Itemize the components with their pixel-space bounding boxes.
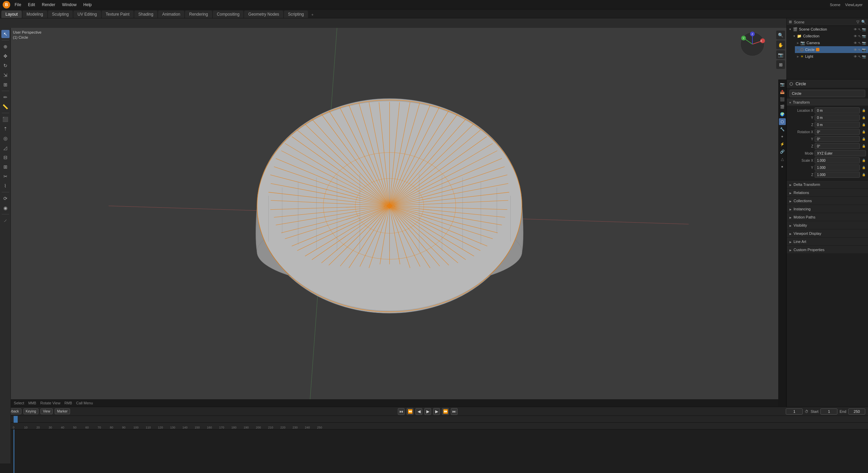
prop-icon-object[interactable]: ⬡ (779, 118, 786, 125)
jump-to-end-btn[interactable]: ⏭ (451, 408, 458, 415)
hand-icon[interactable]: ✋ (776, 40, 785, 49)
cam-render-icon[interactable]: 📷 (862, 41, 866, 45)
tool-loop-cut[interactable]: ⊟ (1, 153, 10, 161)
timeline-tracks[interactable] (0, 430, 868, 473)
rotation-mode-input[interactable]: XYZ Euler (815, 150, 866, 156)
rotation-y-lock[interactable]: 🔒 (861, 137, 866, 141)
keying-btn-menu[interactable]: Keying (23, 408, 39, 414)
scale-x-lock[interactable]: 🔒 (861, 158, 866, 163)
tool-measure[interactable]: 📏 (1, 103, 10, 111)
tab-layout[interactable]: Layout (1, 11, 22, 18)
tool-move[interactable]: ✥ (1, 52, 10, 60)
coll-sel-icon[interactable]: ↖ (858, 34, 861, 38)
tab-geometry-nodes[interactable]: Geometry Nodes (244, 11, 283, 18)
scene-collection-item[interactable]: ▼ 🎬 Scene Collection 👁 ↖ 📷 (787, 26, 868, 33)
vis-icon[interactable]: 👁 (854, 28, 857, 31)
rotation-x-input[interactable]: 0° (815, 129, 860, 135)
tab-animation[interactable]: Animation (158, 11, 184, 18)
rotation-y-input[interactable]: 0° (815, 136, 860, 142)
tool-sculpt[interactable]: ◉ (1, 204, 10, 212)
location-z-lock[interactable]: 🔒 (861, 122, 866, 127)
motion-paths-section[interactable]: Motion Paths (787, 213, 868, 221)
prev-keyframe-btn[interactable]: ◀ (415, 408, 422, 415)
tool-inset[interactable]: ◎ (1, 134, 10, 142)
prev-frame-btn[interactable]: ⏪ (407, 408, 413, 415)
tool-scale[interactable]: ⇲ (1, 71, 10, 79)
start-frame-input[interactable]: 1 (820, 408, 837, 415)
sel-icon[interactable]: ↖ (858, 28, 861, 31)
menu-file[interactable]: File (12, 2, 23, 8)
add-workspace-tab[interactable]: + (309, 11, 316, 18)
collections-section[interactable]: Collections (787, 197, 868, 205)
prop-icon-particles[interactable]: ✦ (779, 133, 786, 140)
tool-offset-loop[interactable]: ⊞ (1, 163, 10, 171)
prop-icon-world[interactable]: 🌍 (779, 111, 786, 118)
location-x-lock[interactable]: 🔒 (861, 108, 866, 113)
location-z-input[interactable]: 0 m (815, 122, 860, 128)
prop-icon-constraint[interactable]: 🔗 (779, 148, 786, 155)
circ-sel-icon[interactable]: ↖ (858, 48, 861, 52)
tool-bevel[interactable]: ◿ (1, 144, 10, 152)
transform-header[interactable]: Transform (787, 99, 868, 106)
rotation-x-lock[interactable]: 🔒 (861, 129, 866, 134)
scale-y-lock[interactable]: 🔒 (861, 165, 866, 170)
tab-uv-editing[interactable]: UV Editing (73, 11, 101, 18)
coll-render-icon[interactable]: 📷 (862, 34, 866, 38)
outliner-search-icon[interactable]: 🔍 (861, 20, 866, 24)
tab-texture-paint[interactable]: Texture Paint (102, 11, 134, 18)
circle-item[interactable]: ▶ ⬡ Circle 👁 ↖ 📷 (795, 46, 868, 53)
zoom-icon[interactable]: 🔍 (776, 31, 785, 39)
coll-vis-icon[interactable]: 👁 (854, 34, 857, 38)
menu-window[interactable]: Window (59, 2, 79, 8)
tool-annotate[interactable]: ✏ (1, 93, 10, 101)
scale-x-input[interactable]: 1.000 (815, 157, 860, 163)
custom-properties-section[interactable]: Custom Properties (787, 246, 868, 254)
prop-icon-physics[interactable]: ⚡ (779, 141, 786, 147)
delta-transform-section[interactable]: Delta Transform (787, 180, 868, 189)
collection-item[interactable]: ▼ 📁 Collection 👁 ↖ 📷 (791, 33, 868, 39)
tool-spin[interactable]: ⟳ (1, 194, 10, 203)
tool-select[interactable]: ↖ (1, 30, 10, 38)
next-keyframe-btn[interactable]: ▶ (433, 408, 440, 415)
location-y-input[interactable]: 0 m (815, 115, 860, 121)
tool-add-cube[interactable]: ⬛ (1, 115, 10, 123)
end-frame-input[interactable]: 250 (848, 408, 865, 415)
light-sel-icon[interactable]: ↖ (858, 55, 861, 58)
camera-item[interactable]: ▶ 📷 Camera 👁 ↖ 📷 (795, 39, 868, 46)
tool-shear[interactable]: ⟋ (1, 216, 10, 225)
prop-icon-object-data[interactable]: △ (779, 156, 786, 162)
menu-edit[interactable]: Edit (25, 2, 37, 8)
tab-modeling[interactable]: Modeling (22, 11, 47, 18)
menu-render[interactable]: Render (39, 2, 57, 8)
visibility-section[interactable]: Visibility (787, 221, 868, 229)
light-render-icon[interactable]: 📷 (862, 55, 866, 58)
current-frame-display[interactable]: 1 (786, 408, 803, 415)
prop-icon-modifier[interactable]: 🔧 (779, 126, 786, 133)
jump-to-start-btn[interactable]: ⏮ (398, 408, 405, 415)
3d-viewport[interactable]: User Perspective (1) Circle X Y Z 🔍 ✋ 📷 … (11, 28, 786, 407)
render-icon[interactable]: 📷 (862, 28, 866, 31)
instancing-section[interactable]: Instancing (787, 205, 868, 213)
timeline-view-btn[interactable]: View (40, 408, 53, 414)
scale-z-input[interactable]: 1.000 (815, 172, 860, 178)
prop-name-input[interactable]: Circle (789, 90, 865, 97)
prop-icon-view-layer[interactable]: ⬛ (779, 96, 786, 103)
prop-icon-output[interactable]: 📤 (779, 88, 786, 95)
outliner-filter-icon[interactable]: ▽ (856, 20, 859, 24)
location-y-lock[interactable]: 🔒 (861, 115, 866, 120)
tool-extrude[interactable]: ⇡ (1, 125, 10, 133)
camera-view-icon[interactable]: 📷 (776, 50, 785, 59)
tab-shading[interactable]: Shading (134, 11, 157, 18)
scale-y-input[interactable]: 1.000 (815, 164, 860, 171)
tab-sculpting[interactable]: Sculpting (48, 11, 73, 18)
tab-compositing[interactable]: Compositing (213, 11, 244, 18)
viewport-gizmo[interactable]: X Y Z (739, 31, 766, 58)
tab-rendering[interactable]: Rendering (185, 11, 212, 18)
tool-rotate[interactable]: ↻ (1, 62, 10, 70)
relations-section[interactable]: Relations (787, 189, 868, 197)
menu-help[interactable]: Help (81, 2, 94, 8)
next-frame-btn[interactable]: ⏩ (442, 408, 449, 415)
tool-cursor[interactable]: ⊕ (1, 42, 10, 51)
cam-vis-icon[interactable]: 👁 (854, 41, 857, 45)
play-btn[interactable]: ▶ (424, 408, 431, 415)
